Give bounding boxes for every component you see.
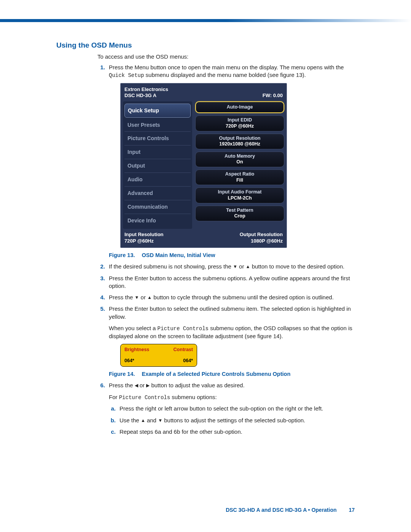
osd-menu-user-presets: User Presets bbox=[124, 118, 191, 132]
step-5-note: When you select a Picture Controls subme… bbox=[109, 324, 355, 340]
pc-brightness-value: 064* bbox=[124, 358, 134, 364]
osd-brand: Extron Electronics bbox=[124, 86, 168, 92]
page-footer: DSC 3G-HD A and DSC HD-3G A • Operation … bbox=[226, 507, 355, 513]
substep-c: c.Repeat steps 6a and 6b for the other s… bbox=[109, 428, 355, 436]
down-arrow-icon: ▼ bbox=[158, 418, 162, 423]
step-marker: 6. bbox=[97, 382, 105, 439]
osd-model: DSC HD-3G A bbox=[124, 93, 156, 98]
pc-brightness-label: Brightness bbox=[124, 347, 149, 353]
up-arrow-icon: ▲ bbox=[141, 418, 145, 423]
step-marker: 1. bbox=[97, 64, 105, 259]
step-1-text: Press the Menu button once to open the m… bbox=[109, 64, 355, 79]
step-marker: 5. bbox=[97, 305, 105, 378]
osd-output-res-value: 1080P @60Hz bbox=[240, 238, 283, 244]
figure-14-caption: Figure 14.Example of a Selected Picture … bbox=[109, 371, 355, 378]
osd-option-auto-memory: Auto MemoryOn bbox=[195, 152, 284, 167]
step-marker: 4. bbox=[97, 294, 105, 301]
step-marker: 3. bbox=[97, 275, 105, 290]
step-3: 3. Press the Enter button to access the … bbox=[97, 275, 355, 290]
step-1: 1. Press the Menu button once to open th… bbox=[97, 64, 355, 259]
step-4-text: Press the ▼ or ▲ button to cycle through… bbox=[109, 294, 355, 301]
osd-menu-picture-controls: Picture Controls bbox=[124, 132, 191, 145]
up-arrow-icon: ▲ bbox=[147, 295, 152, 300]
osd-menu-device-info: Device Info bbox=[124, 214, 191, 227]
substep-a: a.Press the right or left arrow button t… bbox=[109, 405, 355, 412]
step-marker: 2. bbox=[97, 263, 105, 270]
osd-option-input-edid: Input EDID720P @60Hz bbox=[195, 115, 284, 131]
substep-b: b. Use the ▲ and ▼ buttons to adjust the… bbox=[109, 417, 355, 424]
step-4: 4. Press the ▼ or ▲ button to cycle thro… bbox=[97, 294, 355, 301]
step-2-text: If the desired submenu is not showing, p… bbox=[109, 263, 355, 270]
osd-menu-advanced: Advanced bbox=[124, 187, 191, 200]
osd-input-res-value: 720P @60Hz bbox=[124, 238, 164, 244]
right-arrow-icon: ▶ bbox=[146, 383, 150, 388]
step-5: 5. Press the Enter button to select the … bbox=[97, 305, 355, 378]
step-6-text: Press the ◀ or ▶ button to adjust the va… bbox=[109, 382, 355, 389]
osd-menu-quick-setup: Quick Setup bbox=[124, 104, 191, 118]
pc-contrast-value: 064* bbox=[183, 358, 193, 364]
osd-input-res-label: Input Resolution bbox=[124, 231, 164, 238]
osd-menu-communication: Communication bbox=[124, 200, 191, 214]
left-arrow-icon: ◀ bbox=[135, 383, 138, 388]
page-top-rule bbox=[0, 19, 411, 22]
osd-option-test-pattern: Test PatternCrop bbox=[195, 206, 284, 221]
osd-firmware: FW: 0.00 bbox=[263, 92, 283, 99]
osd-sidebar: Quick Setup User Presets Picture Control… bbox=[123, 101, 192, 229]
page-number: 17 bbox=[349, 507, 355, 513]
down-arrow-icon: ▼ bbox=[135, 295, 139, 300]
pc-contrast-label: Contrast bbox=[174, 347, 193, 353]
osd-output-res-label: Output Resolution bbox=[240, 231, 283, 238]
osd-menu-input: Input bbox=[124, 145, 191, 159]
page-content: Using the OSD Menus To access and use th… bbox=[0, 22, 411, 439]
osd-option-input-audio-format: Input Audio FormatLPCM-2Ch bbox=[195, 187, 284, 203]
osd-option-aspect-ratio: Aspect RatioFill bbox=[195, 169, 284, 185]
substeps-list: a.Press the right or left arrow button t… bbox=[109, 405, 355, 436]
step-5-text: Press the Enter button to select the out… bbox=[109, 305, 355, 321]
section-heading: Using the OSD Menus bbox=[56, 41, 355, 50]
step-6: 6. Press the ◀ or ▶ button to adjust the… bbox=[97, 382, 355, 439]
footer-text: DSC 3G-HD A and DSC HD-3G A • Operation bbox=[226, 507, 336, 513]
osd-options: Auto-Image Input EDID720P @60Hz Output R… bbox=[195, 101, 284, 229]
osd-menu-audio: Audio bbox=[124, 173, 191, 187]
figure-13-caption: Figure 13.OSD Main Menu, Initial View bbox=[109, 252, 355, 259]
down-arrow-icon: ▼ bbox=[233, 264, 237, 269]
steps-list: 1. Press the Menu button once to open th… bbox=[97, 64, 355, 439]
osd-menu-output: Output bbox=[124, 159, 191, 173]
osd-option-output-resolution: Output Resolution1920x1080 @60Hz bbox=[195, 134, 284, 149]
up-arrow-icon: ▲ bbox=[246, 264, 250, 269]
picture-controls-example: Brightness Contrast 064* 064* bbox=[120, 344, 197, 367]
step-3-text: Press the Enter button to access the sub… bbox=[109, 275, 355, 290]
step-6-note: For Picture Controls submenu options: bbox=[109, 393, 355, 401]
intro-text: To access and use the OSD menus: bbox=[97, 53, 355, 60]
osd-screenshot: Extron Electronics DSC HD-3G A FW: 0.00 … bbox=[120, 83, 287, 248]
osd-option-auto-image: Auto-Image bbox=[195, 101, 284, 113]
step-2: 2. If the desired submenu is not showing… bbox=[97, 263, 355, 270]
